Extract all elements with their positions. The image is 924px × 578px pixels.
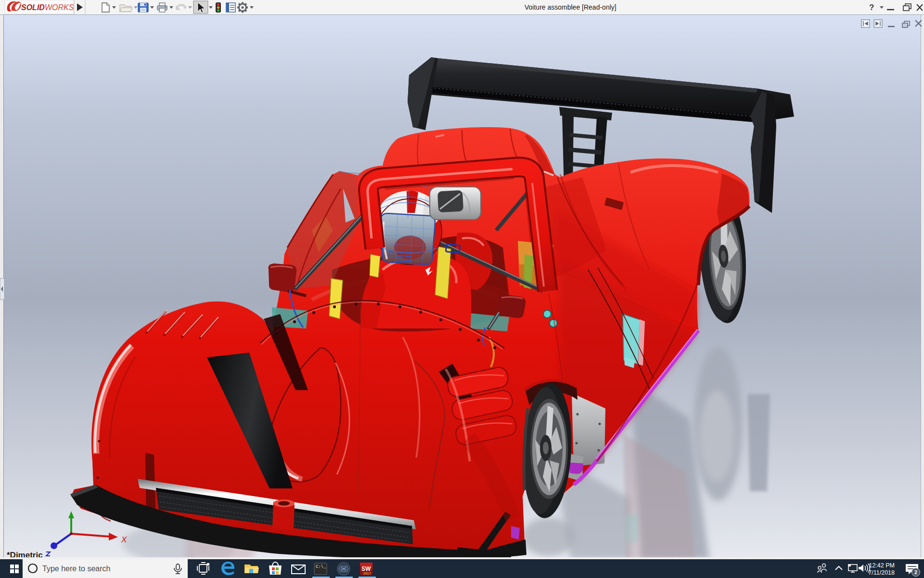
svg-text:?: ? [869,3,874,12]
svg-text:SW: SW [361,565,371,572]
svg-text:Voiture assomblee [Read-only]: Voiture assomblee [Read-only] [525,3,616,11]
svg-text:X: X [121,535,127,544]
svg-text:Type here to search: Type here to search [42,565,110,573]
svg-text:C:\_: C:\_ [316,565,326,569]
svg-text:2017: 2017 [363,572,371,575]
svg-text:12:42 PM: 12:42 PM [869,562,895,569]
svg-text:7/11/2018: 7/11/2018 [868,569,895,576]
svg-text:2: 2 [914,569,917,575]
svg-text:WORKS: WORKS [45,3,74,12]
svg-text:SOLID: SOLID [21,3,45,12]
